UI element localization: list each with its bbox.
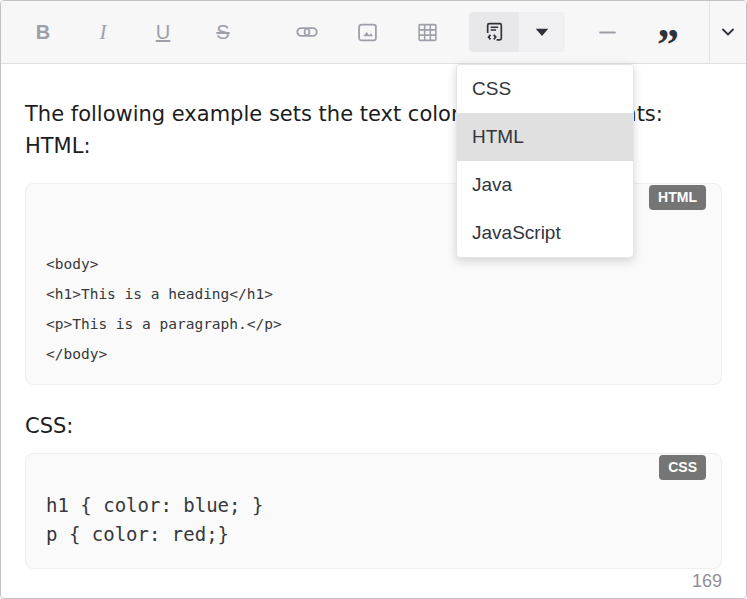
code-block-button[interactable] [469,12,519,52]
css-label-paragraph[interactable]: CSS: [25,410,722,442]
image-icon [357,22,378,43]
link-button[interactable] [289,14,325,50]
code-block-split-button [469,12,565,52]
horizontal-line-icon [597,22,618,43]
underline-button[interactable]: U [145,14,181,50]
chevron-down-icon [718,22,738,42]
language-badge-css: CSS [659,455,706,480]
image-button[interactable] [349,14,385,50]
dropdown-item-javascript[interactable]: JavaScript [457,209,633,257]
strikethrough-icon: S [216,21,229,44]
bold-button[interactable]: B [25,14,61,50]
table-button[interactable] [409,14,445,50]
toolbar-more-button[interactable] [710,14,746,50]
css-code[interactable]: h1 { color: blue; } p { color: red;} [25,453,722,569]
language-badge-html: HTML [649,185,706,210]
dropdown-item-java[interactable]: Java [457,161,633,209]
rich-text-editor: B I U S [0,0,747,599]
code-language-dropdown: CSS HTML Java JavaScript [456,64,634,258]
editor-content[interactable]: The following example sets the text colo… [1,98,746,569]
italic-button[interactable]: I [85,14,121,50]
block-quote-button[interactable]: ” [649,14,685,50]
table-icon [417,22,438,43]
dropdown-item-css[interactable]: CSS [457,65,633,113]
word-count: 169 [692,570,722,592]
code-block-icon [484,22,505,43]
dropdown-arrow-icon [533,23,551,41]
toolbar-overflow-section [709,1,746,64]
bold-icon: B [36,21,50,44]
link-icon [296,21,318,43]
block-quote-icon: ” [657,40,677,50]
underline-icon: U [156,21,170,44]
dropdown-item-html[interactable]: HTML [457,113,633,161]
horizontal-line-button[interactable] [589,14,625,50]
editor-toolbar: B I U S [1,1,746,64]
css-code-block: CSS h1 { color: blue; } p { color: red;} [25,453,722,569]
italic-icon: I [100,20,107,45]
strikethrough-button[interactable]: S [205,14,241,50]
code-block-dropdown-button[interactable] [519,12,565,52]
